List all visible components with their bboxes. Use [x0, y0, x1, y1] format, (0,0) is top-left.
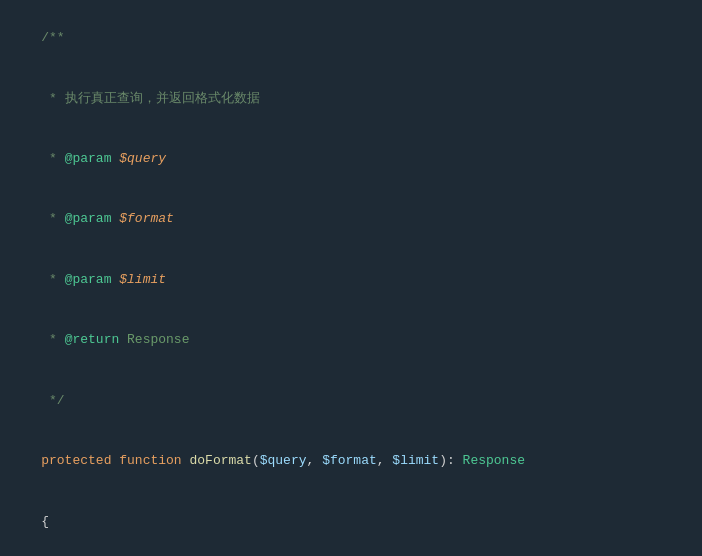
arg-query: $query — [260, 453, 307, 468]
comma2: , — [377, 453, 393, 468]
code-line-3: * @param $query — [0, 129, 702, 189]
paren-close: ): — [439, 453, 462, 468]
comment-star: * — [41, 151, 64, 166]
at-param-2: @param — [65, 211, 112, 226]
comma1: , — [307, 453, 323, 468]
comment-star3: * — [41, 272, 64, 287]
at-param-1: @param — [65, 151, 112, 166]
arg-limit: $limit — [392, 453, 439, 468]
code-line-6: * @return Response — [0, 310, 702, 370]
kw-function: function — [119, 453, 181, 468]
comment-star2: * — [41, 211, 64, 226]
comment-text: * 执行真正查询，并返回格式化数据 — [41, 91, 259, 106]
comment-star4: * — [41, 332, 64, 347]
code-line-1: /** — [0, 8, 702, 68]
param-format: $format — [119, 211, 174, 226]
at-return: @return — [65, 332, 120, 347]
kw-protected: protected — [41, 453, 111, 468]
code-line-9: { — [0, 491, 702, 551]
comment-start: /** — [41, 30, 64, 45]
open-brace: { — [41, 514, 49, 529]
at-param-3: @param — [65, 272, 112, 287]
return-type: Response — [119, 332, 189, 347]
paren-open: ( — [252, 453, 260, 468]
code-line-4: * @param $format — [0, 189, 702, 249]
code-line-8: protected function doFormat($query, $for… — [0, 431, 702, 491]
fn-doformat: doFormat — [189, 453, 251, 468]
code-line-5: * @param $limit — [0, 250, 702, 310]
param-query: $query — [119, 151, 166, 166]
code-editor: /** * 执行真正查询，并返回格式化数据 * @param $query * … — [0, 0, 702, 556]
arg-format: $format — [322, 453, 377, 468]
return-response: Response — [463, 453, 525, 468]
code-line-10: $methods = [ — [0, 552, 702, 556]
code-line-7: */ — [0, 371, 702, 431]
code-line-2: * 执行真正查询，并返回格式化数据 — [0, 68, 702, 128]
param-limit: $limit — [119, 272, 166, 287]
comment-end: */ — [41, 393, 64, 408]
